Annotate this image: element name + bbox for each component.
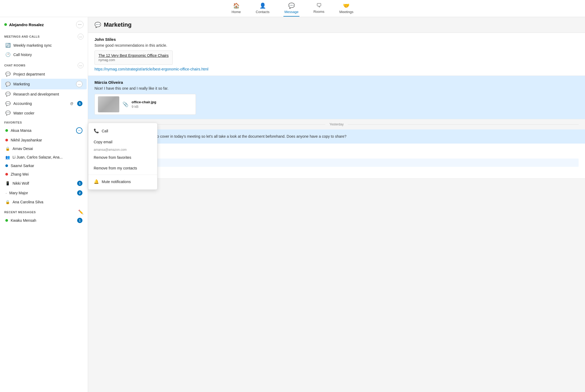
main-layout: Alejandro Rosalez ··· MEETINGS AND CALLS… [0,17,585,392]
sidebar-item-saanvi[interactable]: Saanvi Sarkar [1,161,87,170]
sidebar-item-weekly-sync[interactable]: 🔄 Weekly marketing sync [1,41,87,50]
chat-rooms-more-button[interactable]: ··· [78,62,84,68]
favorites-label: FAVORITES [4,121,22,124]
nav-items: 🏠 Home 👤 Contacts 💬 Message 🗨 Rooms 🤝 Me… [231,0,355,17]
sidebar-item-research[interactable]: 💬 Research and development [1,89,87,99]
nav-rooms[interactable]: 🗨 Rooms [312,0,325,17]
recent-messages-label: RECENT MESSAGES [4,211,36,214]
chat-icon-2: 💬 [5,82,11,87]
sidebar-item-water-cooler[interactable]: 💬 Water cooler [1,108,87,118]
sidebar-item-lijuan[interactable]: 👥 Li Juan, Carlos Salazar, Ana... [1,153,87,161]
weekly-sync-label: Weekly marketing sync [13,43,82,47]
context-menu-remove-favorites[interactable]: Remove from favorites [88,152,157,163]
nikhil-status-dot [5,139,8,141]
sidebar-item-kwaku[interactable]: Kwaku Mensah 1 [1,216,87,225]
sync-icon: 🔄 [5,43,11,48]
content-area: 💬 Marketing John Stiles Some good recomm… [88,17,585,392]
zhang-label: Zhang Wei [11,172,82,176]
ana-label: Ana Carolina Silva [13,200,82,204]
remove-favorites-label: Remove from favorites [94,155,131,160]
chat-rooms-section-header: CHAT ROOMS ··· [0,59,88,69]
john-stiles-text: Some good recommendations in this articl… [94,43,579,48]
attachment-clip-icon: 📎 [122,101,128,107]
divider-line-right [348,124,579,125]
saanvi-label: Saanvi Sarkar [11,164,82,168]
link-card-domain: nymag.com [98,58,169,62]
context-menu-divider [88,175,157,175]
top-nav: 🏠 Home 👤 Contacts 💬 Message 🗨 Rooms 🤝 Me… [0,0,585,17]
home-icon: 🏠 [233,2,240,9]
message-marcia: Márcia Oliveira Nice! I have this one an… [88,76,585,119]
context-menu-email-address: amansa@amazon.com [88,147,157,152]
user-status: Alejandro Rosalez [4,22,44,27]
thumb-image [98,96,119,112]
link-url[interactable]: https://nymag.com/strategist/article/bes… [94,67,579,71]
meetings-icon: 🤝 [343,2,350,9]
akua-menu-badge[interactable]: ··· [76,127,82,134]
kwaku-status-dot [5,219,8,222]
sidebar-item-mary[interactable]: ··· Mary Major 2 [1,188,87,198]
attachment-preview[interactable]: 📎 office-chair.jpg 9 kB [94,94,196,115]
project-dept-label: Project department [13,72,82,76]
kwaku-badge: 1 [77,218,82,223]
mute-label: Mute notifications [102,180,131,184]
chat-icon-1: 💬 [5,72,11,77]
sidebar-item-accounting[interactable]: 💬 Accounting @ 5 [1,99,87,108]
user-name: Alejandro Rosalez [9,22,44,27]
chat-header: 💬 Marketing [88,17,585,33]
nikhil-label: Nikhil Jayashankar [11,138,82,142]
sidebar-item-zhang[interactable]: Zhang Wei [1,170,87,179]
link-card-title: The 12 Very Best Ergonomic Office Chairs [98,53,169,58]
mary-badge: 2 [77,190,82,196]
copy-email-label: Copy email [94,140,112,144]
contacts-icon: 👤 [259,2,266,9]
nav-message[interactable]: 💬 Message [283,0,300,17]
arnav-reply-text: I do, taking a look now... [94,168,579,174]
sidebar-item-akua[interactable]: Akua Mansa ··· [1,125,87,136]
water-cooler-label: Water cooler [13,111,82,115]
group-icon: 👥 [5,155,10,159]
reply-quote: Does anyone have a copy to share? [94,159,579,167]
context-menu-mute[interactable]: 🔔 Mute notifications [88,176,157,187]
nav-rooms-label: Rooms [313,10,324,14]
kwaku-label: Kwaku Mensah [11,218,74,223]
nav-meetings-label: Meetings [339,10,354,14]
nav-home[interactable]: 🏠 Home [231,0,242,17]
sidebar-item-nikhil[interactable]: Nikhil Jayashankar [1,136,87,144]
team-message-text: Hey team! We've got plenty of topics to … [94,134,579,139]
sidebar-header: Alejandro Rosalez ··· [0,17,88,30]
akua-status-dot [5,129,8,132]
lijuan-label: Li Juan, Carlos Salazar, Ana... [13,155,82,159]
message-icon: 💬 [288,2,295,9]
recent-messages-section-header: RECENT MESSAGES ✏️ [0,206,88,216]
call-history-label: Call history [13,53,82,57]
attachment-name: office-chair.jpg [132,100,156,104]
nikki-mobile-icon: 📱 [5,181,10,185]
sidebar-item-marketing[interactable]: 💬 Marketing ··· [1,79,87,89]
nav-contacts[interactable]: 👤 Contacts [255,0,270,17]
context-menu-call[interactable]: 📞 Call [88,125,157,137]
chat-title: Marketing [104,21,132,28]
saanvi-status-dot [5,164,8,167]
marketing-more-button[interactable]: ··· [76,81,82,87]
context-menu-remove-contacts[interactable]: Remove from my contacts [88,163,157,173]
compose-icon[interactable]: ✏️ [78,209,84,215]
link-card[interactable]: The 12 Very Best Ergonomic Office Chairs… [94,50,173,65]
meetings-more-button[interactable]: ··· [78,34,84,39]
call-label: Call [102,129,108,133]
sidebar-item-nikki[interactable]: 📱 Nikki Wolf 1 [1,179,87,188]
chat-icon-3: 💬 [5,92,11,97]
favorites-section-header: FAVORITES [0,118,88,125]
sidebar-item-call-history[interactable]: 🕐 Call history [1,50,87,59]
nav-message-label: Message [284,10,299,14]
context-menu-copy-email[interactable]: Copy email [88,137,157,147]
nav-meetings[interactable]: 🤝 Meetings [338,0,355,17]
research-label: Research and development [13,92,82,96]
chat-icon-5: 💬 [5,110,11,116]
arnav-lock-icon: 🔒 [5,146,10,151]
sidebar-item-ana[interactable]: 🔒 Ana Carolina Silva [1,198,87,206]
sidebar-item-project-dept[interactable]: 💬 Project department [1,69,87,79]
sidebar-item-arnav[interactable]: 🔒 Arnav Desai [1,144,87,153]
date-divider: Yesterday [88,119,585,129]
user-more-button[interactable]: ··· [76,21,84,28]
